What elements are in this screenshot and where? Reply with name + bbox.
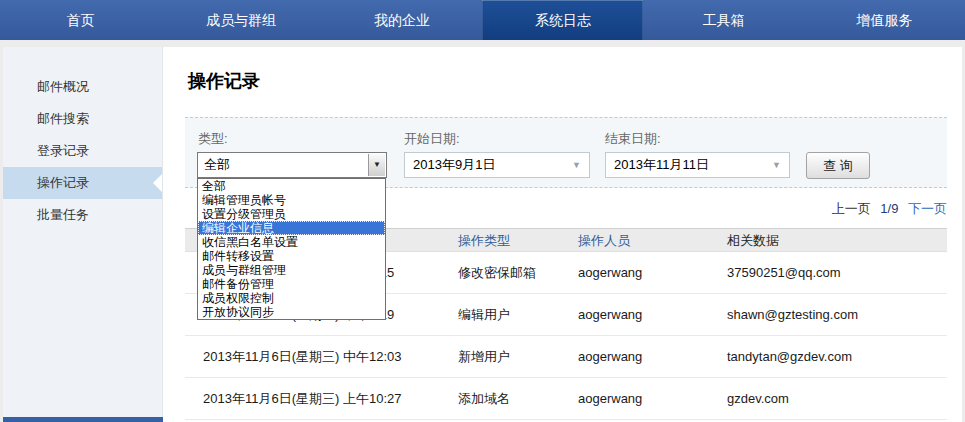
type-select[interactable]: 全部 ▼ xyxy=(197,152,387,178)
cell-op-type: 编辑用户 xyxy=(458,294,510,336)
cell-time: 2013年11月6日(星期三) 中午12:03 xyxy=(203,336,401,378)
cell-op-type: 修改密保邮箱 xyxy=(458,252,536,294)
dropdown-option-mail-backup[interactable]: 邮件备份管理 xyxy=(198,277,385,291)
sidebar-item-label: 操作记录 xyxy=(37,175,89,190)
page-title: 操作记录 xyxy=(188,69,260,93)
cell-time: 2013年11月6日(星期三) 上午10:27 xyxy=(203,378,401,420)
nav-tab-value-added[interactable]: 增值服务 xyxy=(804,0,965,40)
main-content: 操作记录 类型: 开始日期: 结束日期: 全部 ▼ 2013年9月1日 ▼ 20… xyxy=(164,47,962,422)
cell-data: gzdev.com xyxy=(727,378,789,420)
cell-data: 37590251@qq.com xyxy=(727,252,841,294)
sidebar-item-label: 登录记录 xyxy=(37,143,89,158)
sidebar-item-batch-tasks[interactable]: 批量任务 xyxy=(3,199,162,231)
page-indicator: 1/9 xyxy=(880,201,898,216)
top-nav: 首页 成员与群组 我的企业 系统日志 工具箱 增值服务 xyxy=(0,0,965,40)
dropdown-arrow-icon[interactable]: ▼ xyxy=(368,154,385,176)
sidebar-item-label: 邮件搜索 xyxy=(37,111,89,126)
cell-op-type: 添加域名 xyxy=(458,378,510,420)
start-date-value: 2013年9月1日 xyxy=(405,153,589,177)
sidebar-item-login-records[interactable]: 登录记录 xyxy=(3,135,162,167)
nav-tab-my-enterprise[interactable]: 我的企业 xyxy=(322,0,483,40)
dropdown-option-blacklist[interactable]: 收信黑白名单设置 xyxy=(198,235,385,249)
sidebar-item-label: 批量任务 xyxy=(37,207,89,222)
sidebar-item-label: 邮件概况 xyxy=(37,79,89,94)
pagination: 上一页 1/9 下一页 xyxy=(826,200,947,218)
start-date-label: 开始日期: xyxy=(404,130,460,148)
sidebar-footer-bar xyxy=(3,417,163,422)
app-window: 首页 成员与群组 我的企业 系统日志 工具箱 增值服务 邮件概况 邮件搜索 登录… xyxy=(0,0,965,422)
nav-tab-toolbox[interactable]: 工具箱 xyxy=(643,0,804,40)
dropdown-arrow-icon: ▼ xyxy=(572,153,581,177)
cell-data: shawn@gztesting.com xyxy=(727,294,858,336)
dropdown-option-protocol-sync[interactable]: 开放协议同步 xyxy=(198,305,385,319)
header-operator[interactable]: 操作人员 xyxy=(578,229,630,253)
end-date-value: 2013年11月11日 xyxy=(606,153,789,177)
table-row: 2013年11月6日(星期三) 中午12:03 新增用户 aogerwang t… xyxy=(185,336,947,378)
header-data: 相关数据 xyxy=(727,229,779,253)
end-date-select[interactable]: 2013年11月11日 ▼ xyxy=(605,152,790,178)
cell-op-type: 新增用户 xyxy=(458,336,510,378)
sidebar-item-mail-search[interactable]: 邮件搜索 xyxy=(3,103,162,135)
dropdown-option-member-group[interactable]: 成员与群组管理 xyxy=(198,263,385,277)
nav-tab-home[interactable]: 首页 xyxy=(0,0,161,40)
dropdown-option-set-sub-admin[interactable]: 设置分级管理员 xyxy=(198,207,385,221)
nav-tab-label: 我的企业 xyxy=(374,12,430,28)
nav-tab-system-log[interactable]: 系统日志 xyxy=(482,0,643,40)
dropdown-option-member-perms[interactable]: 成员权限控制 xyxy=(198,291,385,305)
selected-notch-icon xyxy=(153,174,162,192)
prev-page-link[interactable]: 上一页 xyxy=(832,201,871,216)
type-dropdown-list: 全部 编辑管理员帐号 设置分级管理员 编辑企业信息 收信黑白名单设置 邮件转移设… xyxy=(197,178,386,320)
sidebar-item-mail-overview[interactable]: 邮件概况 xyxy=(3,71,162,103)
cell-data: tandytan@gzdev.com xyxy=(727,336,852,378)
nav-tab-label: 增值服务 xyxy=(857,12,913,28)
nav-tab-label: 工具箱 xyxy=(703,12,745,28)
cell-operator: aogerwang xyxy=(578,294,642,336)
dropdown-arrow-icon: ▼ xyxy=(772,153,781,177)
content-panel: 邮件概况 邮件搜索 登录记录 操作记录 批量任务 操作记录 类型: 开始日期: … xyxy=(3,47,962,422)
nav-tab-label: 首页 xyxy=(66,12,94,28)
cell-operator: aogerwang xyxy=(578,378,642,420)
sidebar-item-operation-records[interactable]: 操作记录 xyxy=(3,167,162,199)
cell-operator: aogerwang xyxy=(578,252,642,294)
cell-operator: aogerwang xyxy=(578,336,642,378)
nav-tab-members-groups[interactable]: 成员与群组 xyxy=(161,0,322,40)
sidebar: 邮件概况 邮件搜索 登录记录 操作记录 批量任务 xyxy=(3,47,163,417)
dropdown-option-all[interactable]: 全部 xyxy=(198,179,385,193)
end-date-label: 结束日期: xyxy=(605,130,661,148)
nav-tab-label: 系统日志 xyxy=(535,12,591,28)
dropdown-option-edit-company[interactable]: 编辑企业信息 xyxy=(198,221,385,235)
start-date-select[interactable]: 2013年9月1日 ▼ xyxy=(404,152,590,178)
dropdown-option-edit-admin[interactable]: 编辑管理员帐号 xyxy=(198,193,385,207)
search-button[interactable]: 查 询 xyxy=(806,152,870,179)
type-select-value: 全部 xyxy=(198,153,386,177)
nav-tab-label: 成员与群组 xyxy=(206,12,276,28)
table-row: 2013年11月6日(星期三) 上午10:27 添加域名 aogerwang g… xyxy=(185,378,947,420)
header-op-type[interactable]: 操作类型 xyxy=(458,229,510,253)
type-filter-label: 类型: xyxy=(198,130,228,148)
dropdown-option-mail-transfer[interactable]: 邮件转移设置 xyxy=(198,249,385,263)
next-page-link[interactable]: 下一页 xyxy=(908,201,947,216)
